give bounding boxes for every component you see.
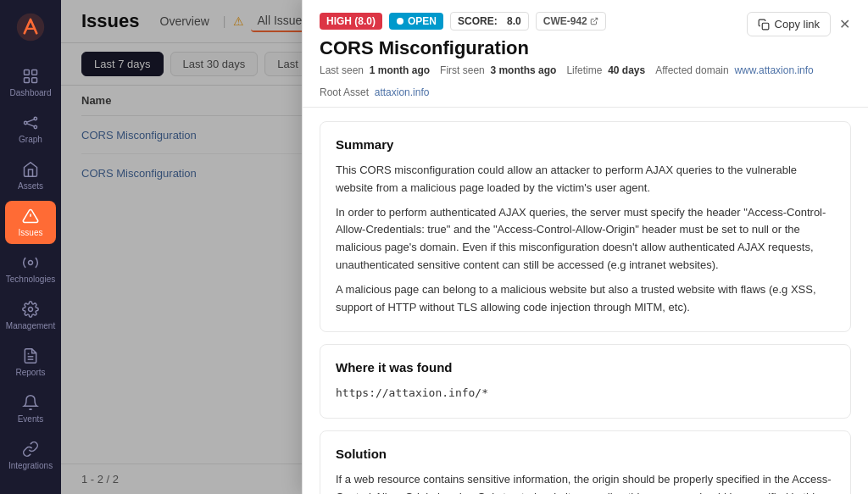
first-seen: First seen 3 months ago <box>440 64 556 76</box>
summary-p3: A malicious page can belong to a malicio… <box>336 281 835 317</box>
copy-icon <box>758 19 770 31</box>
svg-point-5 <box>25 121 27 124</box>
sidebar-item-label: Issues <box>19 228 43 237</box>
section-summary: Summary This CORS misconfiguration could… <box>320 121 851 332</box>
solution-p1: If a web resource contains sensitive inf… <box>336 471 835 494</box>
svg-point-12 <box>29 261 33 265</box>
found-url: https://attaxion.info/* <box>336 385 835 402</box>
sidebar-item-label: Graph <box>19 135 42 144</box>
sidebar-item-label: Reports <box>15 368 45 377</box>
panel-meta: Last seen 1 month ago First seen 3 month… <box>320 64 851 98</box>
svg-rect-3 <box>25 78 30 83</box>
sidebar-item-graph[interactable]: Graph <box>5 108 56 151</box>
svg-point-17 <box>397 18 403 25</box>
badge-score: SCORE: 8.0 <box>450 12 529 31</box>
sidebar-item-label: Dashboard <box>10 88 52 97</box>
section-where-found-title: Where it was found <box>336 360 835 375</box>
svg-line-8 <box>27 119 34 122</box>
panel-content: Summary This CORS misconfiguration could… <box>303 108 868 494</box>
sidebar-item-assets[interactable]: Assets <box>5 154 56 197</box>
affected-domain: Affected domain www.attaxion.info <box>655 64 814 76</box>
app-logo <box>14 10 47 44</box>
panel-header: HIGH (8.0) OPEN SCORE: 8.0 CWE-942 CORS … <box>303 0 868 108</box>
section-where-found: Where it was found https://attaxion.info… <box>320 344 851 419</box>
svg-point-0 <box>17 14 44 41</box>
section-summary-title: Summary <box>336 137 835 152</box>
svg-rect-4 <box>32 78 37 83</box>
sidebar-item-issues[interactable]: Issues <box>5 201 56 244</box>
sidebar-item-label: Events <box>18 414 44 424</box>
svg-line-18 <box>593 18 598 22</box>
panel-title: CORS Misconfiguration <box>320 37 851 59</box>
badge-high: HIGH (8.0) <box>320 13 382 30</box>
svg-point-7 <box>34 125 36 128</box>
sidebar-item-dashboard[interactable]: Dashboard <box>5 61 56 104</box>
section-solution-title: Solution <box>336 447 835 461</box>
sidebar-item-management[interactable]: Management <box>5 294 56 337</box>
sidebar-item-technologies[interactable]: Technologies <box>5 247 56 291</box>
sidebar-item-events[interactable]: Events <box>5 387 56 430</box>
summary-p1: This CORS misconfiguration could allow a… <box>336 162 835 197</box>
svg-rect-19 <box>762 23 769 30</box>
sidebar: Dashboard Graph Assets Issues Technologi… <box>0 0 61 494</box>
root-asset-link[interactable]: attaxion.info <box>375 86 430 98</box>
badge-open: OPEN <box>389 13 443 30</box>
sidebar-item-label: Integrations <box>8 461 53 470</box>
svg-point-13 <box>29 308 33 312</box>
svg-line-9 <box>27 124 34 126</box>
sidebar-item-label: Assets <box>18 181 43 191</box>
root-asset: Root Asset attaxion.info <box>320 86 429 98</box>
section-solution: Solution If a web resource contains sens… <box>320 430 851 494</box>
badge-cwe[interactable]: CWE-942 <box>536 12 606 31</box>
detail-panel: HIGH (8.0) OPEN SCORE: 8.0 CWE-942 CORS … <box>302 0 868 494</box>
svg-point-6 <box>34 117 36 119</box>
sidebar-item-label: Technologies <box>6 275 55 284</box>
sidebar-item-integrations[interactable]: Integrations <box>5 434 56 477</box>
main-area: Issues Overview | ⚠ All Issues Last 7 da… <box>61 0 868 494</box>
lifetime: Lifetime 40 days <box>566 64 645 76</box>
last-seen: Last seen 1 month ago <box>320 64 430 76</box>
copy-link-button[interactable]: Copy link <box>747 12 831 36</box>
panel-actions: Copy link <box>747 12 831 36</box>
summary-p2: In order to perform authenticated AJAX q… <box>336 204 835 275</box>
svg-rect-1 <box>25 70 30 75</box>
sidebar-item-reports[interactable]: Reports <box>5 341 56 384</box>
affected-domain-link[interactable]: www.attaxion.info <box>734 64 813 76</box>
sidebar-item-label: Management <box>6 321 55 330</box>
svg-rect-2 <box>32 70 37 75</box>
close-button[interactable]: ✕ <box>832 12 856 36</box>
